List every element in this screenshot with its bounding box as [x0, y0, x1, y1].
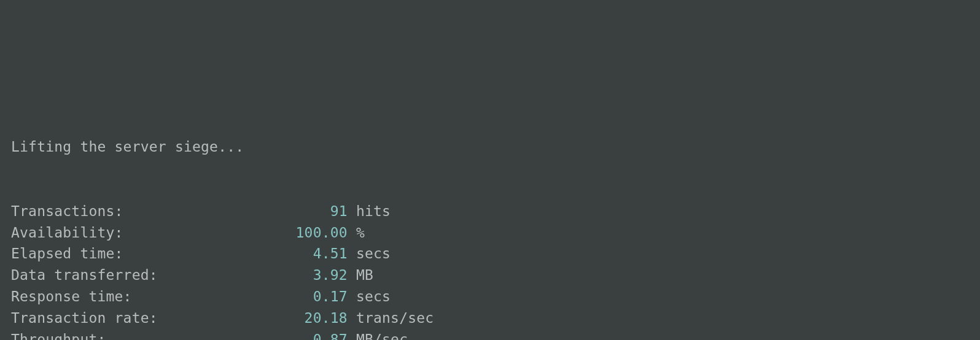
stat-unit: trans/sec [356, 310, 434, 326]
stat-value: 100.00 [218, 225, 348, 241]
stat-row: Transaction rate: 20.18 trans/sec [11, 307, 969, 329]
stat-label: Transactions: [11, 203, 218, 219]
stat-label: Response time: [11, 288, 218, 304]
stat-unit: hits [356, 203, 391, 219]
stat-row: Data transferred: 3.92 MB [11, 265, 969, 286]
stat-unit: secs [356, 288, 391, 304]
stat-unit: MB/sec [356, 331, 408, 340]
stat-value: 3.92 [218, 267, 348, 283]
stat-label: Data transferred: [11, 267, 218, 283]
siege-stats-block: Transactions: 91 hitsAvailability: 100.0… [11, 201, 969, 340]
stat-label: Throughput: [11, 331, 218, 340]
header-text: Lifting the server siege... [11, 139, 244, 155]
stat-row: Throughput: 0.87 MB/sec [11, 329, 969, 340]
stat-unit: % [356, 225, 365, 241]
stat-value: 0.87 [218, 331, 348, 340]
stat-row: Elapsed time: 4.51 secs [11, 243, 969, 265]
stat-value: 0.17 [218, 288, 348, 304]
stat-label: Elapsed time: [11, 245, 218, 261]
stat-row: Transactions: 91 hits [11, 201, 969, 222]
stat-unit: MB [356, 267, 373, 283]
stat-value: 91 [218, 203, 348, 219]
terminal-output: Lifting the server siege... Transactions… [11, 93, 969, 340]
siege-header: Lifting the server siege... [11, 136, 969, 158]
stat-unit: secs [356, 245, 391, 261]
stat-value: 20.18 [218, 310, 348, 326]
stat-label: Availability: [11, 225, 218, 241]
stat-row: Availability: 100.00 % [11, 222, 969, 244]
stat-label: Transaction rate: [11, 310, 218, 326]
stat-row: Response time: 0.17 secs [11, 286, 969, 307]
stat-value: 4.51 [218, 245, 348, 261]
